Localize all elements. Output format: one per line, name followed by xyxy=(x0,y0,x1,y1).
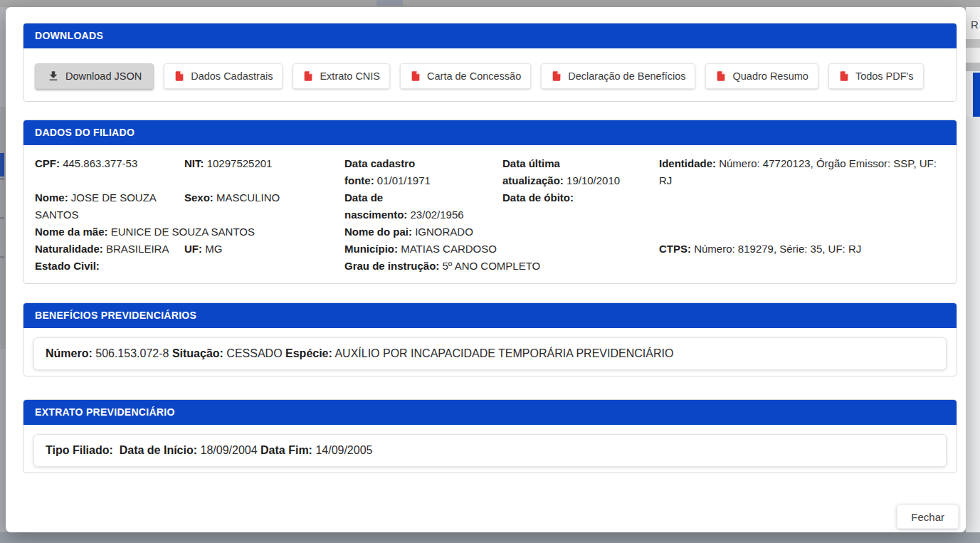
field-label: Data de óbito: xyxy=(502,191,574,204)
data-field: CTPS: Número: 819279, Série: 35, UF: RJ xyxy=(659,241,945,258)
backdrop-scrollbar-fragment xyxy=(376,0,403,6)
field-line: CPF: 445.863.377-53 xyxy=(35,155,184,172)
backdrop-right-band xyxy=(966,63,980,71)
field-label: Identidade: xyxy=(659,157,716,169)
field-label: CTPS: xyxy=(659,243,691,255)
extrato-item: Tipo Filiado: Data de Início: 18/09/2004… xyxy=(33,434,947,467)
data-field: Grau de instrução: 5º ANO COMPLETO xyxy=(344,258,659,275)
pdf-button-label: Declaração de Benefícios xyxy=(568,70,685,82)
field-value: 506.153.072-8 xyxy=(93,347,172,359)
pdf-file-icon xyxy=(410,70,421,82)
pdf-button-label: Carta de Concessão xyxy=(427,70,521,82)
field-value: 10297525201 xyxy=(204,157,273,169)
field-value: JOSE DE SOUZA xyxy=(68,191,157,204)
data-field: Município: MATIAS CARDOSO xyxy=(344,241,659,258)
backdrop-left-tick xyxy=(0,178,4,180)
field-line: Estado Civil: xyxy=(35,258,184,275)
data-field: Estado Civil: xyxy=(35,258,184,275)
field-label: atualização: xyxy=(502,174,564,186)
pdf-file-icon xyxy=(551,70,562,82)
backdrop-left-strip xyxy=(0,7,6,532)
backdrop-right-letter: R xyxy=(971,19,979,31)
beneficio-item: Número: 506.153.072-8 Situação: CESSADO … xyxy=(33,337,947,370)
field-value: IGNORADO xyxy=(412,226,473,238)
field-line: Data última xyxy=(502,155,659,172)
field-value: 23/02/1956 xyxy=(407,209,463,221)
pdf-download-button[interactable]: Carta de Concessão xyxy=(400,63,531,89)
dados-filiado-section: DADOS DO FILIADO CPF: 445.863.377-53NIT:… xyxy=(23,120,957,284)
field-line: NIT: 10297525201 xyxy=(184,155,344,172)
extrato-list: Tipo Filiado: Data de Início: 18/09/2004… xyxy=(23,434,957,467)
backdrop-right-band xyxy=(966,39,980,48)
field-label: Nome: xyxy=(35,191,68,204)
backdrop-left-blue-fragment xyxy=(0,153,4,176)
pdf-file-icon xyxy=(838,70,850,82)
pdf-button-label: Quadro Resumo xyxy=(732,70,808,82)
backdrop-left-tick xyxy=(0,217,4,219)
pdf-buttons-group: Dados Cadastrais Extrato CNIS Carta de C… xyxy=(164,63,923,89)
beneficios-section: BENEFÍCIOS PREVIDENCIÁRIOS Número: 506.1… xyxy=(23,302,957,376)
field-line: nascimento: 23/02/1956 xyxy=(344,206,502,223)
data-field: Nome: JOSE DE SOUZASANTOS xyxy=(35,189,184,223)
modal-body: DOWNLOADS Download JSON Dados Cadastrais xyxy=(6,7,966,532)
field-line: UF: MG xyxy=(184,241,344,258)
field-line: atualização: 19/10/2010 xyxy=(502,172,659,189)
download-icon xyxy=(47,70,60,83)
data-field: Nome do pai: IGNORADO xyxy=(344,223,659,241)
field-value xyxy=(113,444,120,456)
field-label: Data cadastro xyxy=(344,157,415,169)
data-field: NIT: 10297525201 xyxy=(184,155,344,172)
field-value: 19/10/2010 xyxy=(564,174,620,186)
data-field: CPF: 445.863.377-53 xyxy=(35,155,184,172)
data-field: Data denascimento: 23/02/1956 xyxy=(344,189,502,223)
download-json-button[interactable]: Download JSON xyxy=(35,63,154,89)
field-value: 18/09/2004 xyxy=(197,444,260,456)
field-label: Estado Civil: xyxy=(35,260,100,272)
backdrop-right-lower xyxy=(966,117,980,532)
data-field: Data cadastrofonte: 01/01/1971 xyxy=(344,155,502,189)
field-value: 01/01/1971 xyxy=(374,174,431,186)
pdf-download-button[interactable]: Declaração de Benefícios xyxy=(541,63,695,89)
dados-filiado-grid: CPF: 445.863.377-53NIT: 10297525201Data … xyxy=(23,145,957,283)
field-value: Número: 819279, Série: 35, UF: RJ xyxy=(691,243,861,255)
field-label: Tipo Filiado: xyxy=(46,444,113,456)
field-value: BRASILEIRA xyxy=(103,243,169,255)
pdf-file-icon xyxy=(302,70,314,82)
field-label: CPF: xyxy=(35,157,60,169)
field-label: Data de Início: xyxy=(120,444,197,456)
field-label: UF: xyxy=(184,243,202,255)
field-label: Data de xyxy=(344,191,383,204)
dados-filiado-section-header: DADOS DO FILIADO xyxy=(23,120,957,145)
field-value: MG xyxy=(202,243,222,255)
field-label: NIT: xyxy=(184,157,204,169)
backdrop-left-band xyxy=(0,107,6,349)
downloads-section: DOWNLOADS Download JSON Dados Cadastrais xyxy=(23,23,957,102)
pdf-download-button[interactable]: Quadro Resumo xyxy=(705,63,818,89)
field-line: Sexo: MASCULINO xyxy=(184,189,344,206)
field-line: Município: MATIAS CARDOSO xyxy=(344,241,659,258)
pdf-download-button[interactable]: Todos PDF's xyxy=(828,63,924,89)
field-value: 5º ANO COMPLETO xyxy=(439,260,540,272)
field-line: Nome da mãe: EUNICE DE SOUZA SANTOS xyxy=(35,223,344,241)
field-label: fonte: xyxy=(344,174,374,186)
close-button[interactable]: Fechar xyxy=(897,505,959,529)
backdrop-bottom-strip xyxy=(0,532,980,543)
field-line: Naturalidade: BRASILEIRA xyxy=(35,241,184,258)
pdf-download-button[interactable]: Dados Cadastrais xyxy=(164,63,283,89)
field-value: MATIAS CARDOSO xyxy=(398,243,497,255)
extrato-section-header: EXTRATO PREVIDENCIÁRIO xyxy=(23,400,957,425)
backdrop-top-strip xyxy=(0,0,980,7)
pdf-download-button[interactable]: Extrato CNIS xyxy=(293,63,390,89)
field-value: 14/09/2005 xyxy=(312,444,373,456)
pdf-button-label: Extrato CNIS xyxy=(320,70,380,82)
data-field: Sexo: MASCULINO xyxy=(184,189,344,206)
beneficios-list: Número: 506.153.072-8 Situação: CESSADO … xyxy=(23,337,957,370)
pdf-file-icon xyxy=(174,70,185,82)
pdf-button-label: Todos PDF's xyxy=(855,70,914,82)
field-label: Naturalidade: xyxy=(35,243,103,255)
field-label: Situação: xyxy=(172,347,223,359)
field-line: Identidade: Número: 47720123, Órgão Emis… xyxy=(659,155,945,189)
field-value: CESSADO xyxy=(223,347,285,359)
backdrop-left-tick xyxy=(0,256,4,258)
field-label: Grau de instrução: xyxy=(344,260,439,272)
